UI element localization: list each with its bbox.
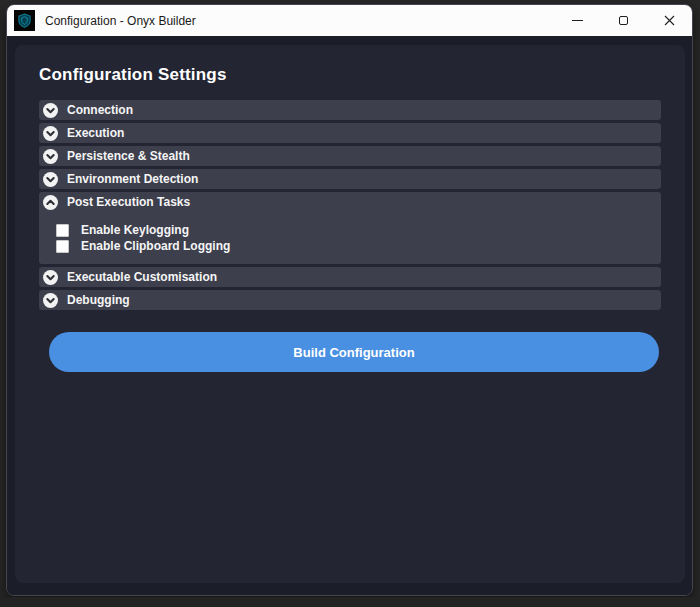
section-label: Persistence & Stealth [67,149,190,163]
close-icon [664,15,675,26]
chevron-down-icon [43,270,58,285]
section-header-post-execution-tasks[interactable]: Post Execution Tasks [39,192,661,212]
settings-panel: Configuration Settings Connection Execut… [15,45,685,583]
chevron-down-icon [43,149,58,164]
maximize-icon [619,16,628,25]
enable-clipboard-logging-checkbox[interactable] [56,240,69,253]
section-header-executable-customisation[interactable]: Executable Customisation [39,267,661,287]
section-post-execution-tasks: Post Execution Tasks Enable Keylogging E… [39,192,661,264]
section-header-persistence-stealth[interactable]: Persistence & Stealth [39,146,661,166]
enable-keylogging-checkbox[interactable] [56,224,69,237]
section-header-connection[interactable]: Connection [39,100,661,120]
enable-keylogging-row[interactable]: Enable Keylogging [56,223,661,237]
post-execution-tasks-body: Enable Keylogging Enable Clipboard Loggi… [39,212,661,253]
chevron-down-icon [43,126,58,141]
section-header-execution[interactable]: Execution [39,123,661,143]
section-label: Environment Detection [67,172,198,186]
enable-clipboard-logging-row[interactable]: Enable Clipboard Logging [56,239,661,253]
enable-clipboard-logging-label: Enable Clipboard Logging [81,239,230,253]
minimize-button[interactable] [554,5,600,36]
chevron-up-icon [43,195,58,210]
window-content: Configuration Settings Connection Execut… [7,36,692,595]
maximize-button[interactable] [600,5,646,36]
section-header-environment-detection[interactable]: Environment Detection [39,169,661,189]
titlebar: Configuration - Onyx Builder [7,5,692,36]
close-button[interactable] [646,5,692,36]
app-shield-icon [14,10,35,31]
enable-keylogging-label: Enable Keylogging [81,223,189,237]
section-header-debugging[interactable]: Debugging [39,290,661,310]
chevron-down-icon [43,103,58,118]
section-label: Executable Customisation [67,270,217,284]
app-window: Configuration - Onyx Builder Configurati… [6,4,693,596]
desktop-background-strip [0,597,700,607]
section-label: Debugging [67,293,130,307]
section-label: Execution [67,126,124,140]
section-label: Connection [67,103,133,117]
minimize-icon [572,20,583,21]
chevron-down-icon [43,172,58,187]
section-label: Post Execution Tasks [67,195,190,209]
page-title: Configuration Settings [39,65,661,85]
build-configuration-button[interactable]: Build Configuration [49,332,659,372]
chevron-down-icon [43,293,58,308]
window-title: Configuration - Onyx Builder [45,14,196,28]
